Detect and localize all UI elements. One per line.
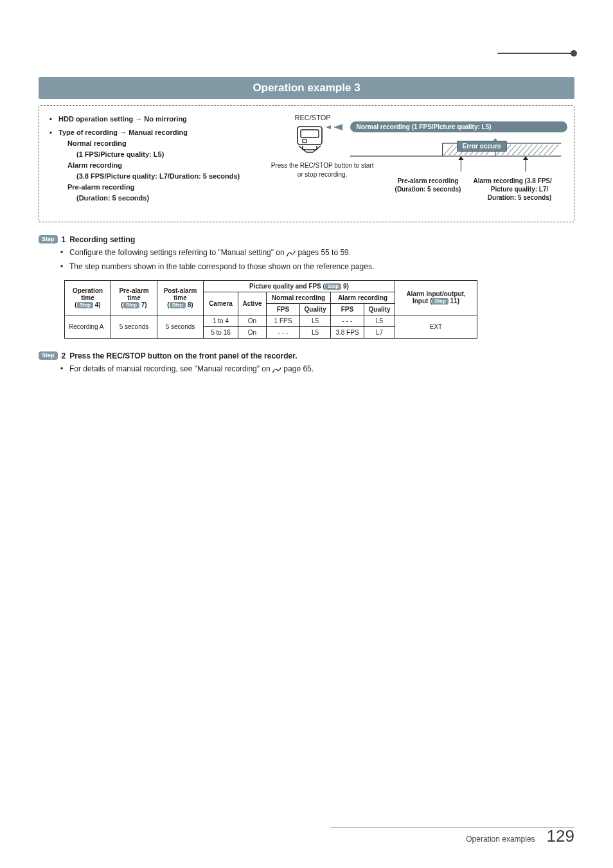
example-settings-list: HDD operation setting → No mirroring Typ…: [49, 114, 282, 206]
timing-diagram: [350, 137, 561, 160]
th-alarm-fps: FPS: [331, 303, 364, 315]
th-normal-recording: Normal recording: [267, 292, 331, 303]
step-1-bullet-2: The step numbers shown in the table corr…: [60, 261, 574, 272]
th-active: Active: [238, 292, 267, 315]
cell-normal-fps: - - -: [267, 326, 300, 338]
reference-icon: [272, 364, 281, 375]
svg-line-23: [528, 145, 537, 155]
reference-icon: [287, 247, 296, 259]
alarm-recording-label: Alarm recording: [58, 160, 282, 171]
cell-camera: 1 to 4: [204, 315, 238, 326]
step-pill: Step: [39, 351, 58, 360]
cell-active: On: [238, 326, 267, 338]
svg-line-25: [538, 145, 547, 155]
svg-point-34: [272, 371, 274, 373]
step-1-heading: Step 1 Recording setting: [39, 235, 574, 244]
normal-recording-label: Normal recording: [58, 138, 282, 149]
svg-rect-0: [298, 127, 322, 145]
svg-marker-32: [522, 156, 528, 160]
cell-alarm-fps: 3.8 FPS: [331, 326, 364, 338]
th-alarm-io: Alarm input/output, Input (Step 11): [395, 280, 477, 315]
cell-operation: Recording A: [65, 315, 111, 338]
normal-recording-bubble: Normal recording (1 FPS/Picture quality:…: [350, 121, 567, 132]
step-2-bullet-1: For details of manual recording, see "Ma…: [69, 364, 314, 373]
svg-point-33: [287, 255, 288, 256]
th-normal-quality: Quality: [300, 303, 331, 315]
th-postalarm-time: Post-alarm time (Step 8): [157, 280, 204, 315]
svg-marker-30: [458, 156, 463, 160]
section-title-banner: Operation example 3: [39, 77, 574, 99]
error-occurs-label: Error occurs: [457, 141, 507, 152]
cell-alarm-quality: L5: [364, 315, 395, 326]
th-alarm-quality: Quality: [364, 303, 395, 315]
step-pill: Step: [39, 235, 58, 244]
cell-prealarm: 5 seconds: [111, 315, 157, 338]
svg-line-8: [443, 145, 452, 155]
svg-line-27: [549, 145, 558, 155]
th-prealarm-time: Pre-alarm time (Step 7): [111, 280, 157, 315]
step-1-title: Recording setting: [69, 235, 135, 244]
step-1-bullet-1: Configure the following settings referri…: [69, 248, 351, 257]
step-1-body: Configure the following settings referri…: [60, 247, 574, 272]
recording-settings-table: Operation time (Step 4) Pre-alarm time (…: [64, 280, 477, 339]
svg-rect-1: [301, 130, 319, 137]
recorder-icon: [295, 124, 324, 154]
prealarm-recording-label: Pre-alarm recording: [58, 182, 282, 193]
cell-camera: 5 to 16: [204, 326, 238, 338]
svg-line-20: [512, 145, 521, 155]
step-2-title: Press the REC/STOP button on the front p…: [69, 351, 297, 360]
th-camera: Camera: [204, 292, 238, 315]
step-2-body: For details of manual recording, see "Ma…: [60, 363, 574, 375]
svg-line-26: [544, 145, 553, 155]
cell-postalarm: 5 seconds: [157, 315, 204, 338]
step-1-number: 1: [62, 235, 66, 244]
page-footer: Operation examples 129: [466, 826, 574, 846]
cell-normal-quality: L5: [300, 326, 331, 338]
cell-alarm-fps: - - -: [331, 315, 364, 326]
page-corner-ornament: [497, 50, 574, 57]
prealarm-caption: Pre-alarm recording (Duration: 5 seconds…: [395, 177, 461, 193]
footer-section-label: Operation examples: [466, 835, 535, 844]
cell-normal-fps: 1 FPS: [267, 315, 300, 326]
footer-page-number: 129: [547, 826, 574, 846]
prealarm-recording-detail: (Duration: 5 seconds): [58, 193, 282, 204]
svg-line-21: [517, 145, 526, 155]
alarm-recording-caption: Alarm recording (3.8 FPS/ Picture qualit…: [474, 177, 566, 202]
normal-recording-detail: (1 FPS/Picture quality: L5): [58, 149, 282, 160]
cell-normal-quality: L5: [300, 315, 331, 326]
table-row: Recording A 5 seconds 5 seconds 1 to 4 O…: [65, 315, 477, 326]
svg-line-24: [533, 145, 542, 155]
th-alarm-recording: Alarm recording: [331, 292, 395, 303]
th-operation-time: Operation time (Step 4): [65, 280, 111, 315]
th-picture-quality-fps: Picture quality and FPS (Step 9): [204, 280, 395, 292]
example-diagram: REC/STOP Press the REC/STOP button to st…: [291, 114, 564, 213]
cell-io: EXT: [395, 315, 477, 338]
operation-example-box: HDD operation setting → No mirroring Typ…: [39, 105, 574, 222]
svg-line-19: [507, 145, 516, 155]
alarm-recording-detail: (3.8 FPS/Picture quality: L7/Duration: 5…: [58, 171, 282, 182]
cell-alarm-quality: L7: [364, 326, 395, 338]
cell-active: On: [238, 315, 267, 326]
svg-line-22: [522, 145, 531, 155]
press-recstop-caption: Press the REC/STOP button to start or st…: [268, 161, 377, 179]
th-normal-fps: FPS: [267, 303, 300, 315]
hdd-setting-line: HDD operation setting → No mirroring: [58, 115, 187, 123]
svg-rect-2: [303, 139, 306, 143]
step-2-number: 2: [62, 351, 66, 360]
recording-type-line: Type of recording → Manual recording: [58, 127, 282, 138]
step-2-heading: Step 2 Press the REC/STOP button on the …: [39, 351, 574, 360]
rec-stop-label: REC/STOP: [295, 114, 564, 121]
